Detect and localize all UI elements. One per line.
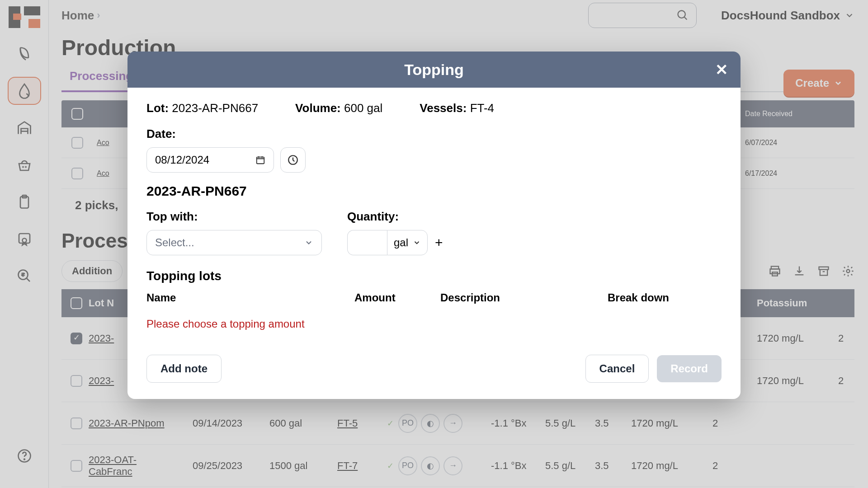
- chevron-down-icon: [304, 238, 313, 247]
- time-button[interactable]: [280, 147, 306, 173]
- add-note-button[interactable]: Add note: [146, 355, 222, 383]
- chevron-down-icon: [413, 239, 421, 247]
- volume-label: Volume:: [295, 101, 341, 115]
- select-placeholder: Select...: [155, 236, 194, 249]
- add-quantity-button[interactable]: +: [435, 235, 443, 250]
- vessels-value: FT-4: [470, 101, 494, 115]
- quantity-label: Quantity:: [347, 210, 443, 224]
- date-label: Date:: [146, 127, 722, 141]
- top-with-label: Top with:: [146, 210, 322, 224]
- lot-value: 2023-AR-PN667: [172, 101, 258, 115]
- modal-title: Topping: [404, 61, 464, 79]
- top-with-select[interactable]: Select...: [146, 230, 322, 255]
- tl-amount-header: Amount: [354, 291, 440, 304]
- tl-desc-header: Description: [440, 291, 608, 304]
- date-value: 08/12/2024: [155, 154, 209, 166]
- vessels-label: Vessels:: [420, 101, 467, 115]
- clock-icon: [287, 154, 299, 166]
- close-icon[interactable]: ✕: [715, 61, 728, 79]
- cancel-button[interactable]: Cancel: [585, 355, 649, 383]
- tl-break-header: Break down: [608, 291, 669, 304]
- date-input[interactable]: 08/12/2024: [146, 147, 274, 173]
- topping-lots-title: Topping lots: [146, 269, 722, 283]
- tl-name-header: Name: [146, 291, 354, 304]
- calendar-icon: [255, 155, 265, 165]
- record-button[interactable]: Record: [657, 355, 722, 382]
- quantity-unit-select[interactable]: gal: [387, 230, 428, 255]
- error-message: Please choose a topping amount: [146, 318, 722, 330]
- unit-label: gal: [394, 236, 408, 249]
- lot-subtitle: 2023-AR-PN667: [146, 183, 722, 199]
- topping-modal: Topping ✕ Lot: 2023-AR-PN667 Volume: 600…: [127, 52, 741, 399]
- lot-label: Lot:: [146, 101, 169, 115]
- quantity-input[interactable]: [347, 230, 387, 255]
- volume-value: 600 gal: [344, 101, 382, 115]
- modal-header: Topping ✕: [127, 52, 741, 88]
- svg-rect-19: [257, 157, 264, 164]
